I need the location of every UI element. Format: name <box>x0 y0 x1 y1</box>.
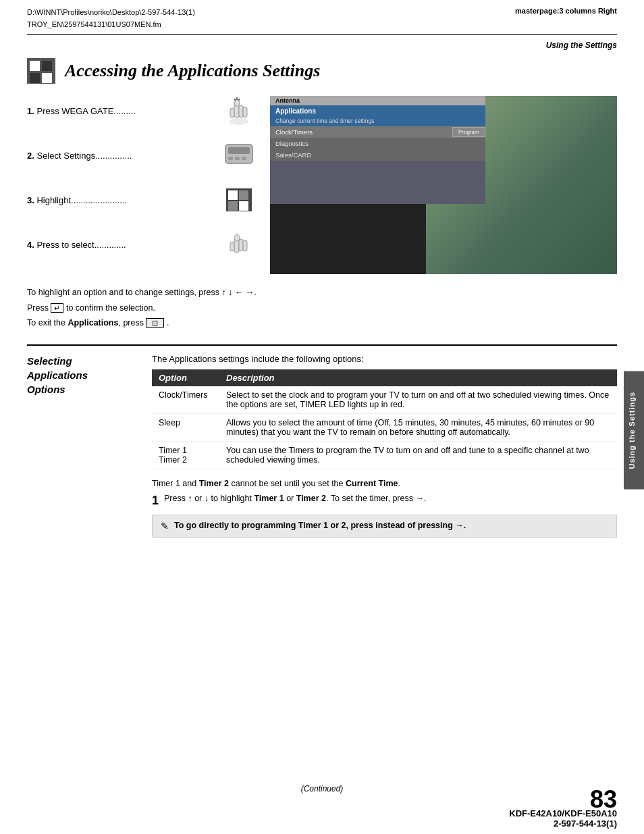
svg-rect-12 <box>235 157 240 160</box>
continued-label: (Continued) <box>0 784 644 793</box>
svg-rect-11 <box>228 157 233 160</box>
icon-sq-1 <box>30 61 40 71</box>
step-list-text-1: Press ↑ or ↓ to highlight Timer 1 or Tim… <box>164 494 426 503</box>
tv-diagnostics-row: Diagnostics <box>270 138 485 149</box>
svg-rect-2 <box>239 105 243 118</box>
col-option: Option <box>152 369 219 386</box>
step-4-row: 4. Press to select............. <box>27 230 257 259</box>
step-2-desc: Select Settings............... <box>36 151 132 161</box>
step-4-label: 4. <box>27 240 34 250</box>
main-content: Accessing the Applications Settings 1. P… <box>0 58 644 538</box>
svg-rect-10 <box>228 147 250 154</box>
info-line2: Press ↵ to confirm the selection. <box>27 301 617 316</box>
step-3-text: 3. Highlight....................... <box>27 195 221 205</box>
info-line1: To highlight an option and to change set… <box>27 285 617 301</box>
step-list-item-1: 1 Press ↑ or ↓ to highlight Timer 1 or T… <box>152 494 617 509</box>
step-3-icon <box>221 185 257 215</box>
exit-btn-symbol: ⊡ <box>146 318 164 328</box>
option-timer1: Timer 1 <box>159 446 213 455</box>
options-left: Selecting Applications Options <box>27 354 152 538</box>
section-label-top: Using the Settings <box>0 35 644 53</box>
section-divider <box>27 344 617 346</box>
sidebar-label: Using the Settings <box>624 371 644 490</box>
tv-row-empty1 <box>270 161 485 172</box>
model-line1: KDF-E42A10/KDF-E50A10 <box>509 808 617 818</box>
step-2-icon <box>221 140 257 170</box>
option-sleep: Sleep <box>152 413 219 441</box>
table-row: Timer 1 Timer 2 You can use the Timers t… <box>152 441 617 469</box>
options-intro: The Applications settings include the fo… <box>152 354 617 364</box>
antenna-label: Antenna <box>270 96 485 105</box>
step-3-desc: Highlight....................... <box>36 195 127 205</box>
svg-line-8 <box>238 99 240 101</box>
selecting-title-line3: Options <box>27 382 152 396</box>
confirm-btn-symbol: ↵ <box>51 303 63 313</box>
tv-row-empty4 <box>270 193 485 204</box>
icon-sq-3 <box>30 73 40 83</box>
timer-note: Timer 1 and Timer 2 cannot be set until … <box>152 479 617 488</box>
svg-rect-3 <box>243 107 247 118</box>
step-3-row: 3. Highlight....................... <box>27 185 257 215</box>
apps-word: Applications <box>68 318 118 328</box>
highlight-icon <box>226 188 252 211</box>
step-4-desc: Press to select............. <box>36 240 126 250</box>
desc-timers: You can use the Timers to program the TV… <box>219 441 617 469</box>
page-header: D:\WINNT\Profiles\noriko\Desktop\2-597-5… <box>0 0 644 34</box>
svg-point-18 <box>234 234 240 241</box>
svg-rect-17 <box>230 242 234 251</box>
svg-rect-4 <box>230 108 234 118</box>
step-1-icon <box>221 96 257 126</box>
step-list: 1 Press ↑ or ↓ to highlight Timer 1 or T… <box>152 494 617 509</box>
settings-remote-icon <box>223 143 255 167</box>
step-1-desc: Press WEGA GATE......... <box>36 106 135 116</box>
title-row: Accessing the Applications Settings <box>27 58 617 84</box>
step-1-label: 1. <box>27 106 34 116</box>
tv-program-btn: Program <box>452 127 485 137</box>
table-row: Clock/Timers Select to set the clock and… <box>152 386 617 414</box>
model-line2: 2-597-544-13(1) <box>509 818 617 829</box>
selecting-title: Selecting Applications Options <box>27 354 152 396</box>
icon-sq-4 <box>42 73 52 83</box>
hand-select-icon <box>225 230 252 259</box>
note-text: To go directly to programming Timer 1 or… <box>174 521 466 530</box>
icon-sq-2 <box>42 61 52 71</box>
step-2-label: 2. <box>27 151 34 161</box>
options-table: Option Description Clock/Timers Select t… <box>152 369 617 469</box>
tv-row-empty3 <box>270 182 485 193</box>
header-left: D:\WINNT\Profiles\noriko\Desktop\2-597-5… <box>27 7 195 30</box>
header-path-line2: TROY_EN\2597544131\01US07MEN.fm <box>27 19 195 31</box>
col-description: Description <box>219 369 617 386</box>
footer-model: KDF-E42A10/KDF-E50A10 2-597-544-13(1) <box>509 808 617 829</box>
desc-sleep: Allows you to select the amount of time … <box>219 413 617 441</box>
option-timer2: Timer 2 <box>159 455 213 465</box>
tv-screenshot: Antenna Applications Change current time… <box>270 96 617 274</box>
tv-clock-label: Clock/Timers <box>270 126 452 138</box>
step-4-text: 4. Press to select............. <box>27 240 221 250</box>
tv-sales-row: Sales/CARD <box>270 149 485 161</box>
table-header-row: Option Description <box>152 369 617 386</box>
step-1-row: 1. Press WEGA GATE......... <box>27 96 257 126</box>
step-1-text: 1. Press WEGA GATE......... <box>27 106 221 116</box>
page-title: Accessing the Applications Settings <box>65 61 320 81</box>
options-right: The Applications settings include the fo… <box>152 354 617 538</box>
timer-note-text: Timer 1 and Timer 2 cannot be set until … <box>152 479 400 488</box>
app-icon <box>27 58 55 84</box>
note-box: ✎ To go directly to programming Timer 1 … <box>152 515 617 538</box>
tv-applications-sub: Change current time and timer settings <box>270 117 485 126</box>
step-3-label: 3. <box>27 195 34 205</box>
svg-rect-15 <box>239 239 243 251</box>
selecting-title-line2: Applications <box>27 368 152 382</box>
step-2-text: 2. Select Settings............... <box>27 151 221 161</box>
tv-row-empty2 <box>270 172 485 182</box>
tv-applications-row: Applications <box>270 105 485 117</box>
steps-area: 1. Press WEGA GATE......... <box>27 96 617 274</box>
svg-point-0 <box>230 118 248 125</box>
svg-line-7 <box>234 99 236 101</box>
step-4-icon <box>221 230 257 259</box>
desc-clock: Select to set the clock and to program y… <box>219 386 617 414</box>
note-icon: ✎ <box>161 521 169 531</box>
hand-press-icon <box>225 96 252 126</box>
info-text: To highlight an option and to change set… <box>27 285 617 331</box>
step-2-row: 2. Select Settings............... <box>27 140 257 170</box>
menu-panel: Antenna Applications Change current time… <box>270 96 485 204</box>
